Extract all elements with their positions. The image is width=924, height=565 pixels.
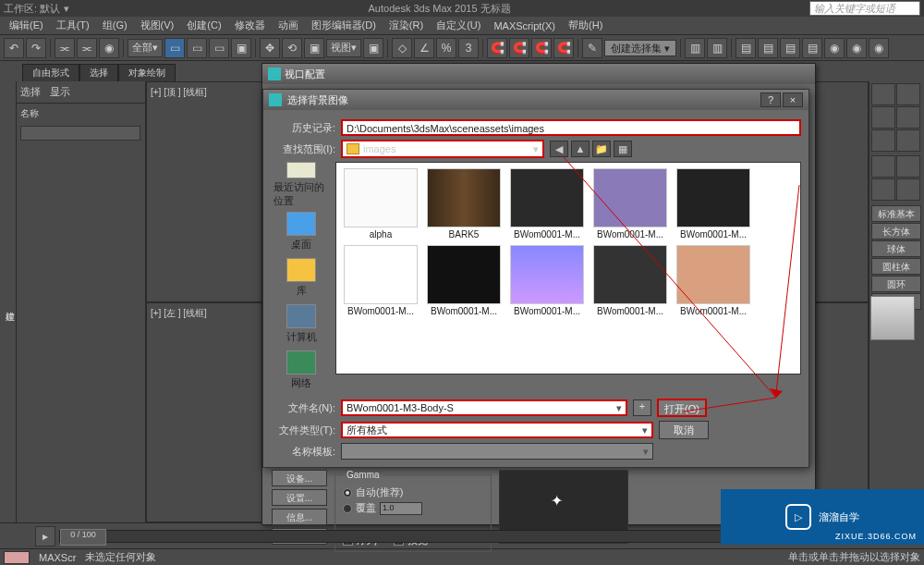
menu-maxscript[interactable]: MAXScript(X) (488, 18, 561, 33)
file-list[interactable]: alphaBARK5BWom0001-M...BWom0001-M...BWom… (335, 162, 801, 375)
file-thumb[interactable]: BWom0001-M... (675, 245, 752, 316)
info-button[interactable]: 信息... (272, 509, 327, 525)
modeling-tab[interactable]: 建模 (0, 81, 17, 522)
back-button[interactable]: ◀ (550, 141, 568, 157)
menu-tools[interactable]: 工具(T) (51, 17, 95, 34)
place-computer[interactable]: 计算机 (274, 301, 329, 347)
menu-animation[interactable]: 动画 (273, 17, 304, 34)
cameras-icon[interactable] (896, 178, 920, 201)
time-tag-button[interactable]: ▸ (35, 526, 55, 547)
ref-coord-combo[interactable]: 视图 ▾ (326, 39, 361, 57)
snap-mag-b[interactable]: 🧲 (509, 38, 529, 58)
file-thumb[interactable]: BWom0001-M... (591, 245, 669, 316)
render-button[interactable]: ◉ (869, 38, 889, 58)
material-editor-button[interactable]: ◉ (824, 38, 845, 58)
tab-freeform[interactable]: 自由形式 (22, 64, 79, 81)
curve-editor-button[interactable]: ▤ (780, 38, 800, 58)
modify-panel-icon[interactable] (896, 83, 920, 105)
color-swatch[interactable] (4, 551, 30, 564)
devices-button[interactable]: 设备... (272, 470, 327, 486)
layer-button[interactable]: ▤ (736, 38, 756, 58)
up-button[interactable]: ▲ (571, 141, 590, 157)
name-template-combo[interactable]: ▾ (341, 443, 653, 460)
snap-mag-c[interactable]: 🧲 (531, 38, 552, 58)
file-thumb[interactable]: BWom0001-M... (508, 245, 586, 316)
percent-snap-button[interactable]: % (436, 38, 456, 58)
menu-help[interactable]: 帮助(H) (563, 17, 608, 34)
place-recent[interactable]: 最近访问的位置 (274, 162, 329, 208)
angle-snap-button[interactable]: ∠ (414, 38, 434, 58)
select-rect-button[interactable]: ▭ (209, 38, 229, 58)
open-button[interactable]: 打开(O) (657, 399, 707, 417)
select-subtab[interactable]: 选择 (20, 85, 41, 99)
unlink-button[interactable]: ⫘ (77, 38, 97, 58)
gamma-override-radio[interactable] (343, 504, 352, 513)
display-panel-icon[interactable] (871, 129, 895, 152)
select-name-button[interactable]: ▭ (187, 38, 207, 58)
sphere-button[interactable]: 球体 (871, 240, 921, 257)
setup-button[interactable]: 设置... (272, 489, 327, 506)
filetype-combo[interactable]: 所有格式▾ (341, 422, 653, 438)
place-desktop[interactable]: 桌面 (274, 208, 329, 254)
schematic-button[interactable]: ▤ (802, 38, 822, 58)
selection-filter-combo[interactable]: 全部 ▾ (128, 39, 163, 57)
gamma-spinner[interactable]: 1.0 (380, 502, 422, 515)
graph-button[interactable]: ▤ (758, 38, 778, 58)
display-subtab[interactable]: 显示 (50, 85, 70, 99)
menu-view[interactable]: 视图(V) (135, 17, 180, 34)
place-libraries[interactable]: 库 (274, 254, 329, 301)
menu-edit[interactable]: 编辑(E) (4, 17, 49, 34)
menu-modifiers[interactable]: 修改器 (229, 17, 271, 34)
file-thumb[interactable]: BWom0001-M... (342, 245, 419, 316)
history-combo[interactable]: D:\Documents\3dsMax\sceneassets\images (341, 119, 801, 136)
mirror-button[interactable]: ▥ (685, 38, 705, 58)
tab-objectpaint[interactable]: 对象绘制 (118, 64, 176, 81)
cylinder-button[interactable]: 圆柱体 (871, 258, 921, 275)
bind-button[interactable]: ◉ (99, 38, 119, 58)
file-thumb[interactable]: BWom0001-M... (675, 168, 752, 240)
shapes-icon[interactable] (896, 155, 920, 178)
tab-selection[interactable]: 选择 (79, 64, 118, 81)
pivot-button[interactable]: ▣ (363, 38, 383, 58)
render-setup-button[interactable]: ◉ (846, 38, 867, 58)
new-folder-button[interactable]: 📁 (592, 141, 611, 157)
move-button[interactable]: ✥ (260, 38, 280, 58)
snap-mag-a[interactable]: 🧲 (487, 38, 507, 58)
spinner-snap-button[interactable]: 3 (458, 38, 479, 58)
create-panel-icon[interactable] (871, 83, 895, 105)
rotate-button[interactable]: ⟲ (282, 38, 302, 58)
hierarchy-panel-icon[interactable] (871, 106, 895, 129)
viewport-left-label[interactable]: [+] [左 ] [线框] (151, 307, 207, 320)
motion-panel-icon[interactable] (896, 106, 920, 129)
std-primitives-combo[interactable]: 标准基本 (871, 205, 921, 222)
snap-mag-d[interactable]: 🧲 (553, 38, 574, 58)
file-thumb[interactable]: BWom0001-M... (508, 168, 586, 240)
file-thumb[interactable]: alpha (342, 168, 419, 240)
align-button[interactable]: ▥ (707, 38, 727, 58)
add-file-button[interactable]: + (633, 399, 651, 416)
viewport-top-label[interactable]: [+] [顶 ] [线框] (151, 86, 207, 99)
file-thumb[interactable]: BARK5 (425, 168, 503, 240)
box-button[interactable]: 长方体 (871, 223, 921, 240)
view-menu-button[interactable]: ▦ (614, 141, 632, 157)
link-button[interactable]: ⫘ (55, 38, 75, 58)
utility-panel-icon[interactable] (896, 129, 920, 152)
gamma-auto-radio[interactable] (343, 488, 352, 497)
menu-group[interactable]: 组(G) (97, 17, 133, 34)
file-thumb[interactable]: BWom0001-M... (425, 245, 503, 316)
name-filter-input[interactable] (20, 126, 140, 141)
menu-render[interactable]: 渲染(R) (383, 17, 429, 34)
edit-sel-set-button[interactable]: ✎ (582, 38, 602, 58)
menu-grapheditors[interactable]: 图形编辑器(D) (306, 17, 382, 34)
viewcube[interactable] (870, 296, 915, 340)
help-search-input[interactable]: 输入关键字或短语 (809, 1, 920, 16)
torus-button[interactable]: 圆环 (871, 276, 921, 292)
menu-create[interactable]: 创建(C) (181, 17, 226, 34)
undo-button[interactable]: ↶ (4, 38, 24, 58)
close-button[interactable]: × (783, 92, 803, 107)
cancel-button[interactable]: 取消 (659, 421, 709, 439)
geometry-icon[interactable] (871, 155, 895, 178)
help-button[interactable]: ? (760, 92, 781, 107)
file-thumb[interactable]: BWom0001-M... (591, 168, 669, 240)
lights-icon[interactable] (871, 178, 895, 201)
